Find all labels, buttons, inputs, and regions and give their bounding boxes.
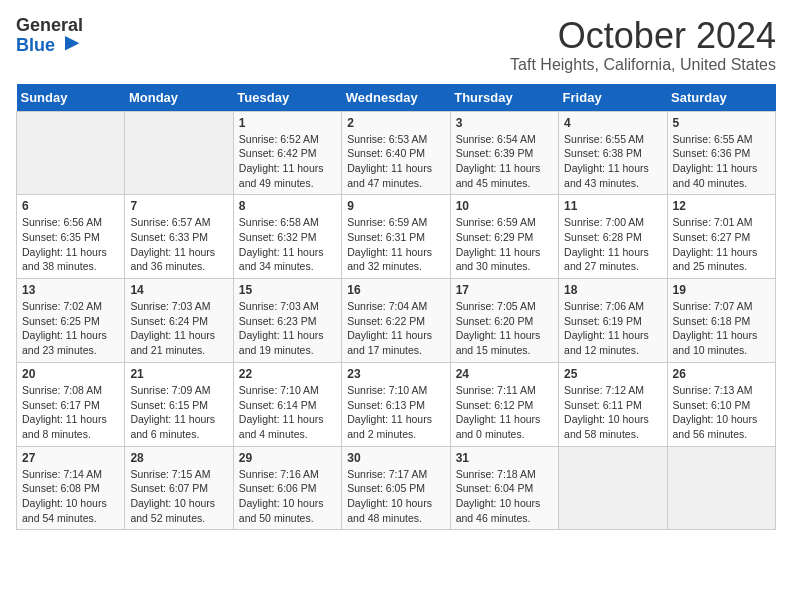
day-number: 25 <box>564 367 661 381</box>
location-text: Taft Heights, California, United States <box>510 56 776 74</box>
day-detail: Sunrise: 7:07 AMSunset: 6:18 PMDaylight:… <box>673 300 758 356</box>
calendar-cell: 27 Sunrise: 7:14 AMSunset: 6:08 PMDaylig… <box>17 446 125 530</box>
day-number: 18 <box>564 283 661 297</box>
day-number: 4 <box>564 116 661 130</box>
day-detail: Sunrise: 6:53 AMSunset: 6:40 PMDaylight:… <box>347 133 432 189</box>
day-detail: Sunrise: 6:52 AMSunset: 6:42 PMDaylight:… <box>239 133 324 189</box>
day-number: 20 <box>22 367 119 381</box>
logo-icon <box>57 32 81 56</box>
calendar-table: SundayMondayTuesdayWednesdayThursdayFrid… <box>16 84 776 531</box>
calendar-week-row: 27 Sunrise: 7:14 AMSunset: 6:08 PMDaylig… <box>17 446 776 530</box>
calendar-cell: 26 Sunrise: 7:13 AMSunset: 6:10 PMDaylig… <box>667 362 775 446</box>
day-number: 10 <box>456 199 553 213</box>
calendar-cell: 14 Sunrise: 7:03 AMSunset: 6:24 PMDaylig… <box>125 279 233 363</box>
calendar-cell: 16 Sunrise: 7:04 AMSunset: 6:22 PMDaylig… <box>342 279 450 363</box>
calendar-cell: 31 Sunrise: 7:18 AMSunset: 6:04 PMDaylig… <box>450 446 558 530</box>
month-title: October 2024 <box>510 16 776 56</box>
weekday-header: Sunday <box>17 84 125 112</box>
calendar-week-row: 20 Sunrise: 7:08 AMSunset: 6:17 PMDaylig… <box>17 362 776 446</box>
calendar-cell: 1 Sunrise: 6:52 AMSunset: 6:42 PMDayligh… <box>233 111 341 195</box>
weekday-header: Wednesday <box>342 84 450 112</box>
calendar-cell: 6 Sunrise: 6:56 AMSunset: 6:35 PMDayligh… <box>17 195 125 279</box>
calendar-cell: 15 Sunrise: 7:03 AMSunset: 6:23 PMDaylig… <box>233 279 341 363</box>
day-number: 14 <box>130 283 227 297</box>
day-number: 21 <box>130 367 227 381</box>
calendar-cell: 2 Sunrise: 6:53 AMSunset: 6:40 PMDayligh… <box>342 111 450 195</box>
day-detail: Sunrise: 7:16 AMSunset: 6:06 PMDaylight:… <box>239 468 324 524</box>
day-number: 8 <box>239 199 336 213</box>
day-number: 30 <box>347 451 444 465</box>
day-detail: Sunrise: 7:00 AMSunset: 6:28 PMDaylight:… <box>564 216 649 272</box>
day-detail: Sunrise: 6:56 AMSunset: 6:35 PMDaylight:… <box>22 216 107 272</box>
day-number: 5 <box>673 116 770 130</box>
day-number: 9 <box>347 199 444 213</box>
calendar-cell: 20 Sunrise: 7:08 AMSunset: 6:17 PMDaylig… <box>17 362 125 446</box>
day-number: 26 <box>673 367 770 381</box>
calendar-cell <box>559 446 667 530</box>
day-detail: Sunrise: 7:17 AMSunset: 6:05 PMDaylight:… <box>347 468 432 524</box>
day-number: 2 <box>347 116 444 130</box>
day-detail: Sunrise: 7:01 AMSunset: 6:27 PMDaylight:… <box>673 216 758 272</box>
calendar-cell: 29 Sunrise: 7:16 AMSunset: 6:06 PMDaylig… <box>233 446 341 530</box>
weekday-header: Thursday <box>450 84 558 112</box>
calendar-week-row: 1 Sunrise: 6:52 AMSunset: 6:42 PMDayligh… <box>17 111 776 195</box>
title-block: October 2024 Taft Heights, California, U… <box>510 16 776 74</box>
calendar-cell: 11 Sunrise: 7:00 AMSunset: 6:28 PMDaylig… <box>559 195 667 279</box>
day-detail: Sunrise: 7:09 AMSunset: 6:15 PMDaylight:… <box>130 384 215 440</box>
day-number: 13 <box>22 283 119 297</box>
day-number: 15 <box>239 283 336 297</box>
calendar-week-row: 6 Sunrise: 6:56 AMSunset: 6:35 PMDayligh… <box>17 195 776 279</box>
day-detail: Sunrise: 6:55 AMSunset: 6:36 PMDaylight:… <box>673 133 758 189</box>
calendar-cell: 7 Sunrise: 6:57 AMSunset: 6:33 PMDayligh… <box>125 195 233 279</box>
day-number: 23 <box>347 367 444 381</box>
calendar-cell: 13 Sunrise: 7:02 AMSunset: 6:25 PMDaylig… <box>17 279 125 363</box>
day-number: 7 <box>130 199 227 213</box>
day-detail: Sunrise: 7:08 AMSunset: 6:17 PMDaylight:… <box>22 384 107 440</box>
weekday-header: Saturday <box>667 84 775 112</box>
calendar-cell: 10 Sunrise: 6:59 AMSunset: 6:29 PMDaylig… <box>450 195 558 279</box>
day-detail: Sunrise: 7:15 AMSunset: 6:07 PMDaylight:… <box>130 468 215 524</box>
logo: General Blue <box>16 16 83 56</box>
day-detail: Sunrise: 7:03 AMSunset: 6:24 PMDaylight:… <box>130 300 215 356</box>
day-detail: Sunrise: 6:57 AMSunset: 6:33 PMDaylight:… <box>130 216 215 272</box>
day-detail: Sunrise: 6:55 AMSunset: 6:38 PMDaylight:… <box>564 133 649 189</box>
calendar-header-row: SundayMondayTuesdayWednesdayThursdayFrid… <box>17 84 776 112</box>
day-number: 12 <box>673 199 770 213</box>
day-detail: Sunrise: 7:14 AMSunset: 6:08 PMDaylight:… <box>22 468 107 524</box>
calendar-cell: 8 Sunrise: 6:58 AMSunset: 6:32 PMDayligh… <box>233 195 341 279</box>
day-number: 17 <box>456 283 553 297</box>
calendar-cell: 25 Sunrise: 7:12 AMSunset: 6:11 PMDaylig… <box>559 362 667 446</box>
day-number: 6 <box>22 199 119 213</box>
calendar-cell: 23 Sunrise: 7:10 AMSunset: 6:13 PMDaylig… <box>342 362 450 446</box>
day-detail: Sunrise: 7:13 AMSunset: 6:10 PMDaylight:… <box>673 384 758 440</box>
day-number: 16 <box>347 283 444 297</box>
day-detail: Sunrise: 6:59 AMSunset: 6:29 PMDaylight:… <box>456 216 541 272</box>
calendar-week-row: 13 Sunrise: 7:02 AMSunset: 6:25 PMDaylig… <box>17 279 776 363</box>
calendar-cell <box>125 111 233 195</box>
day-detail: Sunrise: 7:05 AMSunset: 6:20 PMDaylight:… <box>456 300 541 356</box>
day-number: 19 <box>673 283 770 297</box>
day-detail: Sunrise: 7:12 AMSunset: 6:11 PMDaylight:… <box>564 384 649 440</box>
calendar-cell: 28 Sunrise: 7:15 AMSunset: 6:07 PMDaylig… <box>125 446 233 530</box>
calendar-cell: 22 Sunrise: 7:10 AMSunset: 6:14 PMDaylig… <box>233 362 341 446</box>
calendar-cell: 17 Sunrise: 7:05 AMSunset: 6:20 PMDaylig… <box>450 279 558 363</box>
day-detail: Sunrise: 7:18 AMSunset: 6:04 PMDaylight:… <box>456 468 541 524</box>
calendar-cell: 18 Sunrise: 7:06 AMSunset: 6:19 PMDaylig… <box>559 279 667 363</box>
day-detail: Sunrise: 6:54 AMSunset: 6:39 PMDaylight:… <box>456 133 541 189</box>
calendar-cell: 3 Sunrise: 6:54 AMSunset: 6:39 PMDayligh… <box>450 111 558 195</box>
day-detail: Sunrise: 7:10 AMSunset: 6:13 PMDaylight:… <box>347 384 432 440</box>
calendar-cell: 19 Sunrise: 7:07 AMSunset: 6:18 PMDaylig… <box>667 279 775 363</box>
calendar-cell: 4 Sunrise: 6:55 AMSunset: 6:38 PMDayligh… <box>559 111 667 195</box>
day-number: 1 <box>239 116 336 130</box>
day-number: 3 <box>456 116 553 130</box>
day-number: 31 <box>456 451 553 465</box>
day-number: 27 <box>22 451 119 465</box>
weekday-header: Tuesday <box>233 84 341 112</box>
day-number: 28 <box>130 451 227 465</box>
calendar-cell <box>17 111 125 195</box>
day-number: 29 <box>239 451 336 465</box>
page-header: General Blue October 2024 Taft Heights, … <box>16 16 776 74</box>
day-detail: Sunrise: 7:02 AMSunset: 6:25 PMDaylight:… <box>22 300 107 356</box>
calendar-cell: 5 Sunrise: 6:55 AMSunset: 6:36 PMDayligh… <box>667 111 775 195</box>
calendar-cell: 12 Sunrise: 7:01 AMSunset: 6:27 PMDaylig… <box>667 195 775 279</box>
